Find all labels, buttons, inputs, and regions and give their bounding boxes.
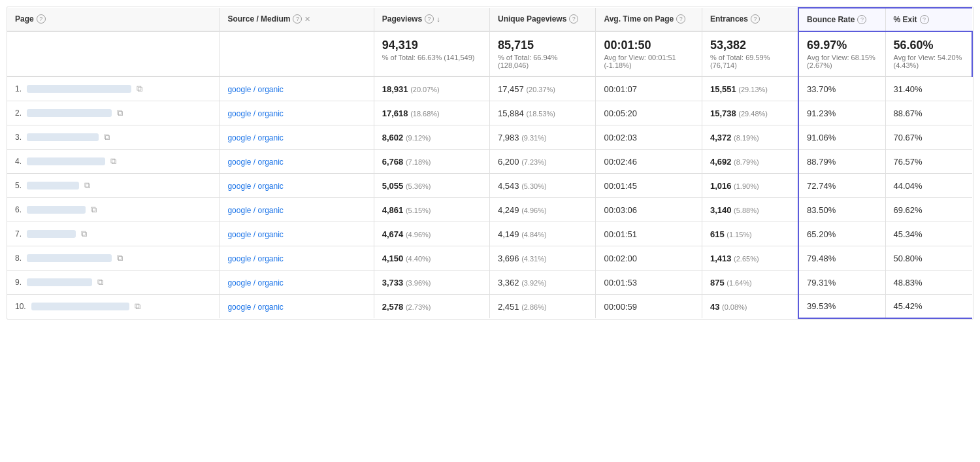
avg-time-cell-3: 00:02:03 bbox=[596, 125, 702, 150]
unique-help-icon[interactable]: ? bbox=[569, 14, 578, 24]
page-help-icon[interactable]: ? bbox=[37, 14, 46, 24]
entrances-cell-4: 4,692 (8.79%) bbox=[702, 150, 798, 174]
entrances-cell-3: 4,372 (8.19%) bbox=[702, 125, 798, 150]
avg-time-cell-2: 00:05:20 bbox=[596, 101, 702, 125]
bounce-rate-cell-2: 91.23% bbox=[798, 101, 885, 125]
copy-icon-10[interactable]: ⧉ bbox=[135, 301, 140, 312]
pageviews-help-icon[interactable]: ? bbox=[425, 14, 434, 24]
exit-help-icon[interactable]: ? bbox=[920, 15, 929, 24]
copy-icon-1[interactable]: ⧉ bbox=[137, 84, 142, 94]
avg-time-cell-1: 00:01:07 bbox=[596, 76, 702, 101]
bounce-rate-cell-4: 88.79% bbox=[798, 150, 885, 174]
entrances-col-label: Entrances bbox=[710, 14, 748, 24]
exit-cell-9: 48.83% bbox=[885, 271, 972, 295]
exit-cell-4: 76.57% bbox=[885, 150, 972, 174]
source-cell-6: google / organic bbox=[220, 198, 374, 222]
page-cell-6: 6. ⧉ bbox=[7, 198, 220, 222]
avg-time-help-icon[interactable]: ? bbox=[676, 14, 685, 24]
source-cell-7: google / organic bbox=[220, 222, 374, 246]
analytics-table: Page ? Source / Medium ? ✕ Pageviews ? bbox=[7, 7, 973, 320]
avg-time-cell-5: 00:01:45 bbox=[596, 174, 702, 198]
bounce-rate-cell-1: 33.70% bbox=[798, 76, 885, 101]
unique-col-label: Unique Pageviews bbox=[498, 14, 566, 24]
unique-pageviews-cell-10: 2,451 (2.86%) bbox=[489, 295, 595, 319]
source-cell-3: google / organic bbox=[220, 125, 374, 150]
copy-icon-2[interactable]: ⧉ bbox=[117, 108, 123, 118]
pageviews-cell-4: 6,768 (7.18%) bbox=[374, 150, 489, 174]
source-close-icon[interactable]: ✕ bbox=[304, 15, 310, 24]
exit-cell-5: 44.04% bbox=[885, 174, 972, 198]
source-cell-1: google / organic bbox=[220, 76, 374, 101]
pageviews-cell-5: 5,055 (5.36%) bbox=[374, 174, 489, 198]
entrances-column-header: Entrances ? bbox=[702, 8, 798, 31]
avg-time-cell-7: 00:01:51 bbox=[596, 222, 702, 246]
pageviews-cell-3: 8,602 (9.12%) bbox=[374, 125, 489, 150]
totals-avg-time-cell: 00:01:50 Avg for View: 00:01:51 (-1.18%) bbox=[596, 31, 702, 76]
source-cell-5: google / organic bbox=[220, 174, 374, 198]
copy-icon-6[interactable]: ⧉ bbox=[91, 205, 97, 215]
exit-column-header: % Exit ? bbox=[885, 8, 972, 31]
copy-icon-8[interactable]: ⧉ bbox=[117, 253, 123, 263]
source-col-label: Source / Medium bbox=[227, 14, 290, 24]
source-help-icon[interactable]: ? bbox=[293, 14, 302, 24]
totals-pageviews-cell: 94,319 % of Total: 66.63% (141,549) bbox=[374, 31, 489, 76]
entrances-cell-10: 43 (0.08%) bbox=[702, 295, 798, 319]
avg-time-cell-4: 00:02:46 bbox=[596, 150, 702, 174]
page-col-label: Page bbox=[15, 14, 34, 24]
unique-pageviews-cell-1: 17,457 (20.37%) bbox=[489, 76, 595, 101]
pageviews-sort-icon[interactable]: ↓ bbox=[436, 15, 440, 23]
copy-icon-3[interactable]: ⧉ bbox=[104, 132, 110, 142]
source-cell-9: google / organic bbox=[220, 271, 374, 295]
bounce-rate-column-header: Bounce Rate ? bbox=[798, 8, 885, 31]
source-cell-10: google / organic bbox=[220, 295, 374, 319]
bounce-rate-cell-6: 83.50% bbox=[798, 198, 885, 222]
source-cell-2: google / organic bbox=[220, 101, 374, 125]
bounce-rate-cell-7: 65.20% bbox=[798, 222, 885, 246]
bounce-rate-cell-3: 91.06% bbox=[798, 125, 885, 150]
bounce-rate-cell-8: 79.48% bbox=[798, 246, 885, 271]
entrances-cell-1: 15,551 (29.13%) bbox=[702, 76, 798, 101]
entrances-cell-2: 15,738 (29.48%) bbox=[702, 101, 798, 125]
source-medium-column-header: Source / Medium ? ✕ bbox=[220, 8, 374, 31]
avg-time-cell-8: 00:02:00 bbox=[596, 246, 702, 271]
pageviews-cell-7: 4,674 (4.96%) bbox=[374, 222, 489, 246]
exit-cell-1: 31.40% bbox=[885, 76, 972, 101]
unique-pageviews-cell-8: 3,696 (4.31%) bbox=[489, 246, 595, 271]
unique-pageviews-cell-9: 3,362 (3.92%) bbox=[489, 271, 595, 295]
copy-icon-4[interactable]: ⧉ bbox=[110, 156, 116, 167]
copy-icon-7[interactable]: ⧉ bbox=[81, 229, 87, 239]
avg-time-column-header: Avg. Time on Page ? bbox=[596, 8, 702, 31]
exit-col-label: % Exit bbox=[894, 15, 917, 24]
avg-time-cell-6: 00:03:06 bbox=[596, 198, 702, 222]
entrances-help-icon[interactable]: ? bbox=[751, 14, 760, 24]
pageviews-cell-9: 3,733 (3.96%) bbox=[374, 271, 489, 295]
page-cell-4: 4. ⧉ bbox=[7, 150, 220, 174]
exit-cell-3: 70.67% bbox=[885, 125, 972, 150]
bounce-rate-cell-5: 72.74% bbox=[798, 174, 885, 198]
page-cell-2: 2. ⧉ bbox=[7, 101, 220, 125]
copy-icon-5[interactable]: ⧉ bbox=[84, 180, 90, 191]
bounce-rate-help-icon[interactable]: ? bbox=[857, 15, 866, 24]
totals-source-cell bbox=[220, 31, 374, 76]
pageviews-col-label: Pageviews bbox=[382, 14, 422, 24]
totals-unique-cell: 85,715 % of Total: 66.94% (128,046) bbox=[489, 31, 595, 76]
page-cell-3: 3. ⧉ bbox=[7, 125, 220, 150]
page-cell-10: 10. ⧉ bbox=[7, 295, 220, 319]
unique-pageviews-cell-7: 4,149 (4.84%) bbox=[489, 222, 595, 246]
page-cell-9: 9. ⧉ bbox=[7, 271, 220, 295]
exit-cell-8: 50.80% bbox=[885, 246, 972, 271]
exit-cell-10: 45.42% bbox=[885, 295, 972, 319]
exit-cell-7: 45.34% bbox=[885, 222, 972, 246]
source-cell-4: google / organic bbox=[220, 150, 374, 174]
entrances-cell-9: 875 (1.64%) bbox=[702, 271, 798, 295]
bounce-rate-cell-10: 39.53% bbox=[798, 295, 885, 319]
bounce-rate-col-label: Bounce Rate bbox=[807, 15, 855, 24]
entrances-cell-8: 1,413 (2.65%) bbox=[702, 246, 798, 271]
source-cell-8: google / organic bbox=[220, 246, 374, 271]
pageviews-cell-1: 18,931 (20.07%) bbox=[374, 76, 489, 101]
copy-icon-9[interactable]: ⧉ bbox=[97, 277, 103, 288]
pageviews-cell-6: 4,861 (5.15%) bbox=[374, 198, 489, 222]
unique-pageviews-column-header: Unique Pageviews ? bbox=[489, 8, 595, 31]
exit-cell-6: 69.62% bbox=[885, 198, 972, 222]
avg-time-cell-10: 00:00:59 bbox=[596, 295, 702, 319]
